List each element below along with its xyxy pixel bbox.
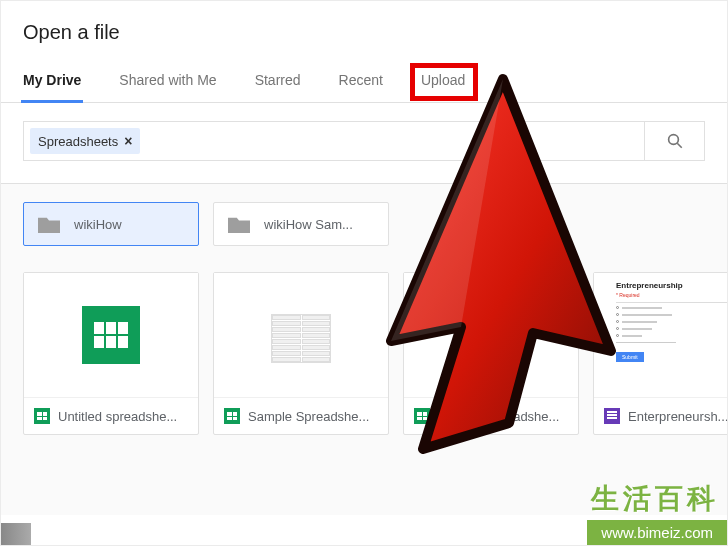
sheets-icon <box>34 408 50 424</box>
table-preview-icon <box>271 314 331 363</box>
file-thumbnail: Entrepreneurship * Required Submit <box>594 273 727 397</box>
folder-label: wikiHow Sam... <box>264 217 353 232</box>
file-name: Sample Spreadshe... <box>248 409 369 424</box>
chip-remove-icon[interactable]: × <box>124 134 132 148</box>
tab-recent[interactable]: Recent <box>339 72 383 102</box>
watermark-stub <box>1 523 31 545</box>
file-thumbnail <box>24 273 198 397</box>
file-name: Untitled spreadshe... <box>58 409 177 424</box>
search-button[interactable] <box>644 122 704 160</box>
watermark: 生活百科 www.bimeiz.com <box>587 480 727 545</box>
sheets-icon <box>414 408 430 424</box>
file-thumbnail <box>214 273 388 397</box>
content-area: wikiHow wikiHow Sam... Untitled spreadsh… <box>1 183 727 515</box>
folder-item[interactable]: wikiHow <box>23 202 199 246</box>
watermark-url: www.bimeiz.com <box>587 520 727 545</box>
file-thumbnail <box>404 273 578 397</box>
search-input[interactable] <box>146 122 644 160</box>
folders-row: wikiHow wikiHow Sam... <box>23 202 705 246</box>
form-preview: Entrepreneurship * Required Submit <box>606 273 727 370</box>
folder-label: wikiHow <box>74 217 122 232</box>
folder-icon <box>228 215 250 233</box>
filter-row: Spreadsheets × <box>23 121 705 161</box>
svg-point-0 <box>668 135 678 145</box>
file-name: Enterpreneursh... <box>628 409 727 424</box>
sheets-icon <box>224 408 240 424</box>
sheets-logo-icon <box>82 306 140 364</box>
file-item[interactable]: Untitled spreadshe... <box>23 272 199 435</box>
forms-icon <box>604 408 620 424</box>
chip-label: Spreadsheets <box>38 134 118 149</box>
tab-shared-with-me[interactable]: Shared with Me <box>119 72 216 102</box>
tab-upload[interactable]: Upload <box>421 72 465 102</box>
files-row: Untitled spreadshe... Sample Sprea <box>23 272 705 435</box>
file-item[interactable]: Sample Spreadshe... <box>403 272 579 435</box>
dialog-title: Open a file <box>23 21 705 44</box>
svg-line-1 <box>677 143 682 148</box>
file-item[interactable]: Entrepreneurship * Required Submit Enter… <box>593 272 727 435</box>
file-name: Sample Spreadshe... <box>438 409 559 424</box>
folder-item[interactable]: wikiHow Sam... <box>213 202 389 246</box>
tab-starred[interactable]: Starred <box>255 72 301 102</box>
folder-icon <box>38 215 60 233</box>
watermark-cn-text: 生活百科 <box>591 480 727 520</box>
tabs-row: My Drive Shared with Me Starred Recent U… <box>1 54 727 103</box>
sheets-logo-icon <box>462 306 520 364</box>
file-item[interactable]: Sample Spreadshe... <box>213 272 389 435</box>
search-icon <box>666 132 684 150</box>
filter-chip-spreadsheets[interactable]: Spreadsheets × <box>30 128 140 154</box>
tab-my-drive[interactable]: My Drive <box>23 72 81 102</box>
